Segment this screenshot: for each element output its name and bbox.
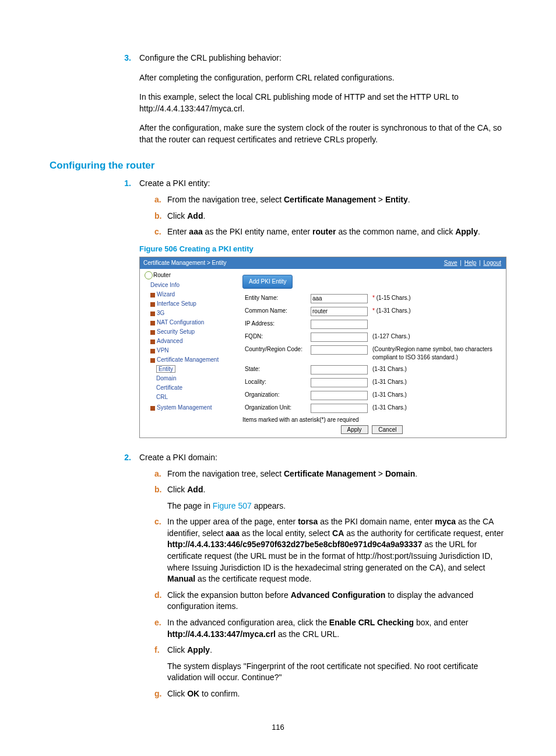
folder-icon bbox=[150, 302, 155, 307]
figure-506-caption: Figure 506 Creating a PKI entity bbox=[139, 244, 506, 254]
lbl-common-name: Common Name: bbox=[242, 305, 308, 318]
fig-save-link[interactable]: Save bbox=[444, 260, 458, 266]
nav-3g[interactable]: 3G bbox=[149, 309, 235, 318]
router-step-2: 2. Create a PKI domain: a. From the navi… bbox=[114, 452, 506, 705]
folder-icon bbox=[150, 349, 155, 354]
fig-required-note: Items marked with an asterisk(*) are req… bbox=[242, 416, 501, 424]
input-state[interactable] bbox=[311, 365, 368, 374]
fig-nav-tree: Router Device Info Wizard Interface Setu… bbox=[140, 269, 238, 438]
fig-cancel-button[interactable]: Cancel bbox=[372, 425, 403, 434]
figure-507-link[interactable]: Figure 507 bbox=[213, 501, 252, 510]
nav-entity[interactable]: Entity bbox=[155, 365, 235, 374]
step-3-p1: After completing the configuration, perf… bbox=[139, 72, 506, 84]
figure-506: Certificate Management > Entity Save | H… bbox=[139, 257, 506, 438]
folder-icon bbox=[150, 340, 155, 344]
folder-icon bbox=[150, 312, 155, 316]
fig-form: Add PKI Entity Entity Name: * (1-15 Char… bbox=[238, 269, 506, 438]
r1-a: a. From the navigation tree, select Cert… bbox=[154, 194, 506, 206]
nav-cert-mgmt[interactable]: Certificate Management bbox=[149, 355, 235, 365]
input-locality[interactable] bbox=[311, 378, 368, 387]
folder-icon bbox=[150, 406, 155, 411]
nav-security[interactable]: Security Setup bbox=[149, 327, 235, 337]
nav-crl[interactable]: CRL bbox=[155, 393, 235, 402]
r2-d: d. Click the expansion button before Adv… bbox=[154, 590, 506, 612]
input-org-unit[interactable] bbox=[311, 404, 368, 413]
user-icon bbox=[145, 271, 153, 279]
step-3-number: 3. bbox=[114, 52, 139, 64]
nav-system-mgmt[interactable]: System Management bbox=[149, 403, 235, 412]
fig-tab-add-pki[interactable]: Add PKI Entity bbox=[242, 275, 293, 289]
lbl-org-unit: Organization Unit: bbox=[242, 402, 308, 415]
step-3: 3. Configure the CRL publishing behavior… bbox=[114, 52, 506, 64]
nav-wizard[interactable]: Wizard bbox=[149, 290, 235, 299]
r1-b: b. Click Add. bbox=[154, 211, 506, 222]
folder-icon bbox=[150, 358, 155, 363]
input-country[interactable] bbox=[311, 345, 368, 355]
fig-logout-link[interactable]: Logout bbox=[483, 260, 501, 266]
input-entity-name[interactable] bbox=[311, 294, 368, 303]
fig-help-link[interactable]: Help bbox=[464, 260, 477, 266]
r2-c: c. In the upper area of the page, enter … bbox=[154, 516, 506, 585]
input-ip[interactable] bbox=[311, 320, 368, 329]
router-step-1-number: 1. bbox=[114, 178, 139, 446]
step-3-p3: After the configuration, make sure the s… bbox=[139, 123, 506, 145]
lbl-org: Organization: bbox=[242, 389, 308, 402]
nav-nat[interactable]: NAT Configuration bbox=[149, 318, 235, 327]
lbl-entity-name: Entity Name: bbox=[242, 292, 308, 305]
fig-breadcrumb: Certificate Management > Entity bbox=[143, 259, 227, 267]
folder-icon bbox=[150, 330, 155, 335]
nav-advanced[interactable]: Advanced bbox=[149, 337, 235, 346]
nav-interface-setup[interactable]: Interface Setup bbox=[149, 299, 235, 309]
r2-f: f. Click Apply. The system displays "Fin… bbox=[154, 645, 506, 684]
nav-vpn[interactable]: VPN bbox=[149, 346, 235, 355]
r2-e: e. In the advanced configuration area, c… bbox=[154, 617, 506, 640]
lbl-state: State: bbox=[242, 363, 308, 376]
fig-breadcrumb-bar: Certificate Management > Entity Save | H… bbox=[140, 257, 506, 269]
section-heading: Configuring the router bbox=[50, 159, 506, 173]
fig-apply-button[interactable]: Apply bbox=[341, 425, 368, 434]
fig-top-links: Save | Help | Logout bbox=[443, 259, 502, 267]
router-step-1: 1. Create a PKI entity: a. From the navi… bbox=[114, 178, 506, 446]
input-org[interactable] bbox=[311, 391, 368, 400]
page-number: 116 bbox=[50, 722, 506, 733]
r2-b: b. Click Add. The page in Figure 507 app… bbox=[154, 484, 506, 512]
lbl-fqdn: FQDN: bbox=[242, 331, 308, 344]
r2-g: g. Click OK to confirm. bbox=[154, 688, 506, 700]
router-step-1-title: Create a PKI entity: bbox=[139, 178, 210, 188]
r1-c: c. Enter aaa as the PKI entity name, ent… bbox=[154, 226, 506, 238]
step-3-title: Configure the CRL publishing behavior: bbox=[139, 53, 281, 62]
input-common-name[interactable] bbox=[311, 307, 368, 316]
nav-domain[interactable]: Domain bbox=[155, 374, 235, 383]
lbl-locality: Locality: bbox=[242, 376, 308, 389]
folder-icon bbox=[150, 321, 155, 326]
router-step-2-number: 2. bbox=[114, 452, 139, 705]
input-fqdn[interactable] bbox=[311, 332, 368, 342]
router-step-2-title: Create a PKI domain: bbox=[139, 453, 217, 462]
nav-device-info[interactable]: Device Info bbox=[149, 281, 235, 290]
lbl-country: Country/Region Code: bbox=[242, 344, 308, 363]
nav-certificate[interactable]: Certificate bbox=[155, 383, 235, 393]
folder-icon bbox=[150, 293, 155, 298]
r2-a: a. From the navigation tree, select Cert… bbox=[154, 468, 506, 480]
step-3-p2: In this example, select the local CRL pu… bbox=[139, 92, 506, 114]
lbl-ip: IP Address: bbox=[242, 318, 308, 331]
